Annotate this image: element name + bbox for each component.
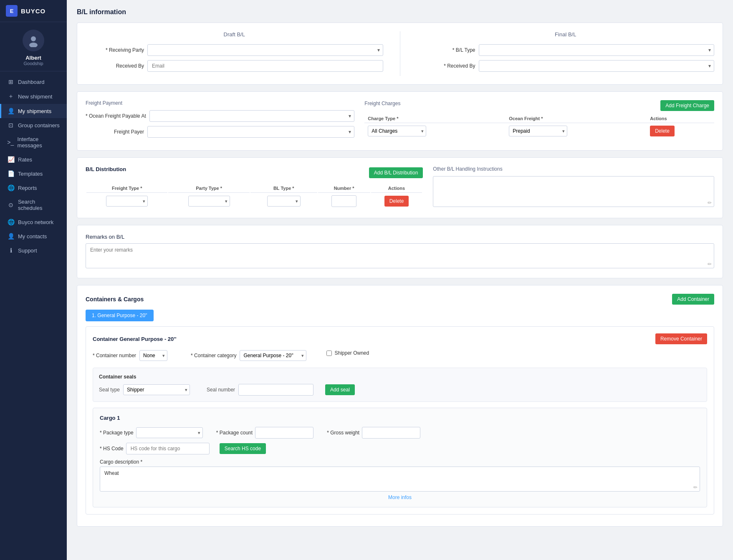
sidebar-item-rates[interactable]: 📈 Rates	[0, 152, 67, 166]
container-box: Container General Purpose - 20'' Remove …	[86, 326, 714, 515]
receiving-party-select[interactable]	[147, 44, 383, 56]
user-icon	[27, 34, 40, 47]
received-by-label: Received By	[86, 63, 144, 69]
shipper-owned-checkbox[interactable]	[326, 351, 332, 356]
package-count-label: * Package count	[216, 430, 253, 436]
sidebar-item-label: My shipments	[18, 108, 51, 114]
freight-type-select[interactable]	[106, 196, 148, 207]
seals-section: Container seals Seal type Shipper ▾	[93, 368, 707, 402]
nav: ⊞ Dashboard ＋ New shipment 👤 My shipment…	[0, 71, 67, 261]
sidebar: E BUYCO Albert Goodship ⊞ Dashboard ＋ Ne…	[0, 0, 67, 560]
col-actions-dist: Actions	[371, 184, 422, 193]
cargo-desc-edit-icon: ✏	[693, 484, 698, 490]
container-number-label: * Container number	[93, 353, 136, 358]
delete-dist-button[interactable]: Delete	[384, 196, 409, 207]
svg-point-0	[31, 36, 36, 41]
seal-number-input[interactable]	[238, 384, 313, 396]
ocean-freight-wrapper: ▾	[149, 110, 355, 122]
sidebar-item-support[interactable]: ℹ Support	[0, 243, 67, 257]
seal-number-label: Seal number	[207, 387, 235, 393]
sidebar-item-my-contacts[interactable]: 👤 My contacts	[0, 229, 67, 243]
templates-icon: 📄	[7, 170, 15, 177]
ocean-freight-type-select[interactable]: Prepaid	[509, 126, 567, 136]
logo-area: E BUYCO	[0, 0, 67, 22]
charge-type-select[interactable]: All Charges	[368, 126, 426, 136]
sidebar-item-search-schedules[interactable]: ⊙ Search schedules	[0, 195, 67, 215]
main-content: B/L information Draft B/L * Receiving Pa…	[67, 0, 733, 560]
logo-text: BUYCO	[21, 8, 45, 15]
interface-messages-icon: >_	[7, 139, 14, 146]
sidebar-item-label: My contacts	[18, 233, 47, 240]
other-bl-section: Other B/L Handling Instructions ✏	[433, 166, 714, 209]
col-bl-type: BL Type *	[250, 184, 317, 193]
hs-code-label: * HS Code	[100, 446, 124, 452]
ocean-freight-type-wrapper: Prepaid ▾	[509, 126, 567, 136]
party-type-select[interactable]	[188, 196, 230, 207]
cargo-desc-textarea[interactable]: Wheat	[100, 467, 700, 492]
container-number-select[interactable]: None	[139, 350, 167, 361]
table-row: ▾ ▾	[86, 194, 422, 209]
new-shipment-icon: ＋	[7, 93, 15, 100]
sidebar-item-my-shipments[interactable]: 👤 My shipments	[0, 104, 67, 118]
sidebar-item-new-shipment[interactable]: ＋ New shipment	[0, 89, 67, 104]
remove-container-button[interactable]: Remove Container	[655, 333, 707, 344]
final-bl-label: Final B/L	[417, 31, 715, 39]
container-category-select[interactable]: General Purpose - 20''	[240, 350, 306, 361]
freight-payment-section: Freight Payment * Ocean Freight Payable …	[86, 100, 354, 142]
user-name: Albert	[25, 55, 41, 61]
add-freight-charge-button[interactable]: Add Freight Charge	[660, 100, 714, 111]
receiving-party-wrapper: ▾	[147, 44, 383, 56]
add-bl-distribution-button[interactable]: Add B/L Distribution	[369, 167, 423, 178]
container-category-label: * Container category	[191, 353, 236, 358]
edit-icon: ✏	[708, 200, 712, 206]
add-container-button[interactable]: Add Container	[672, 294, 714, 305]
sidebar-item-interface-messages[interactable]: >_ Interface messages	[0, 132, 67, 152]
col-actions-charges: Actions	[647, 114, 714, 123]
package-count-input[interactable]	[255, 427, 313, 439]
other-bl-textarea[interactable]	[433, 176, 714, 207]
bl-type-dist-select[interactable]	[267, 196, 301, 207]
received-by-input[interactable]	[147, 60, 383, 72]
final-bl-section: Final B/L * B/L Type ▾ * Received By ▾	[417, 31, 715, 76]
user-company: Goodship	[23, 61, 43, 66]
user-section: Albert Goodship	[0, 22, 67, 71]
bl-type-label: * B/L Type	[417, 47, 475, 53]
package-type-label: * Package type	[100, 430, 134, 436]
shipper-owned-label: Shipper Owned	[334, 350, 369, 356]
add-seal-button[interactable]: Add seal	[325, 384, 355, 395]
buyco-network-icon: 🌐	[7, 219, 15, 225]
sidebar-item-dashboard[interactable]: ⊞ Dashboard	[0, 75, 67, 89]
cargo-desc-label: Cargo description *	[100, 459, 142, 465]
sidebar-item-label: Interface messages	[18, 136, 61, 149]
search-hs-code-button[interactable]: Search HS code	[220, 443, 266, 454]
received-by-right-wrapper: ▾	[479, 60, 715, 72]
package-type-select[interactable]	[136, 427, 203, 438]
sidebar-item-reports[interactable]: 🌐 Reports	[0, 181, 67, 195]
sidebar-item-templates[interactable]: 📄 Templates	[0, 166, 67, 181]
col-charge-type: Charge Type *	[364, 114, 506, 123]
gross-weight-input[interactable]: 15000,0	[362, 427, 420, 439]
col-number: Number *	[318, 184, 370, 193]
col-ocean-freight: Ocean Freight *	[506, 114, 647, 123]
seal-type-select[interactable]: Shipper	[123, 384, 190, 395]
hs-code-input[interactable]	[126, 443, 210, 454]
freight-payer-select[interactable]	[147, 126, 354, 138]
tab-general-purpose-20[interactable]: 1. General Purpose - 20''	[86, 310, 154, 321]
sidebar-item-label: Templates	[18, 171, 43, 177]
sidebar-item-label: Reports	[18, 185, 37, 191]
support-icon: ℹ	[7, 247, 15, 254]
my-shipments-icon: 👤	[7, 108, 15, 114]
sidebar-item-label: Support	[18, 247, 37, 254]
bl-distribution-section: B/L Distribution Add B/L Distribution Fr…	[86, 166, 423, 209]
delete-charge-button[interactable]: Delete	[650, 126, 675, 136]
cargo-title: Cargo 1	[100, 415, 700, 421]
more-infos-link[interactable]: More infos	[100, 493, 700, 500]
group-containers-icon: ⊡	[7, 122, 15, 129]
sidebar-item-group-containers[interactable]: ⊡ Group containers	[0, 118, 67, 132]
received-by-right-select[interactable]	[479, 60, 715, 72]
bl-type-select[interactable]	[479, 44, 715, 56]
ocean-freight-select[interactable]	[149, 110, 355, 122]
sidebar-item-buyco-network[interactable]: 🌐 Buyco network	[0, 215, 67, 229]
remarks-textarea[interactable]	[86, 243, 714, 268]
number-input[interactable]	[331, 195, 356, 207]
